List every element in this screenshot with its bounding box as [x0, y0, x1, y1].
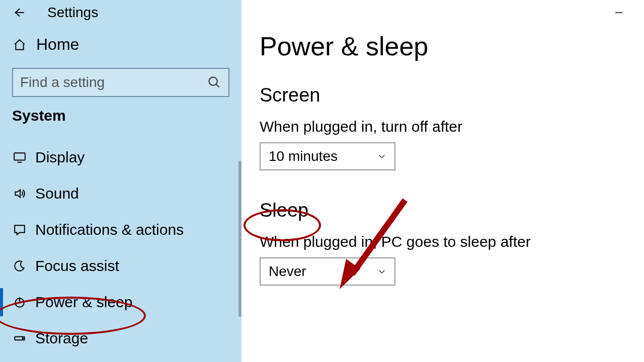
sound-icon	[13, 187, 26, 200]
sleep-after-label: When plugged in, PC goes to sleep after	[260, 233, 644, 250]
search-icon	[207, 75, 221, 89]
sidebar-item-display[interactable]: Display	[0, 139, 242, 175]
sidebar: Settings Home System	[0, 0, 242, 362]
chevron-down-icon	[377, 152, 386, 161]
screen-turnoff-dropdown[interactable]: 10 minutes	[260, 142, 395, 170]
minimize-icon	[614, 8, 623, 17]
storage-icon	[13, 332, 26, 345]
nav-label: Notifications & actions	[35, 221, 184, 238]
sleep-section-heading: Sleep	[260, 200, 644, 221]
home-label: Home	[36, 35, 79, 54]
nav-label: Focus assist	[35, 257, 119, 275]
search-input[interactable]	[20, 74, 207, 90]
svg-rect-1	[14, 153, 25, 160]
back-button[interactable]	[12, 3, 32, 23]
message-icon	[13, 223, 26, 236]
sidebar-home[interactable]: Home	[0, 25, 242, 64]
sidebar-item-storage[interactable]: Storage	[0, 320, 242, 356]
minimize-button[interactable]	[609, 5, 629, 20]
nav-label: Display	[35, 149, 85, 166]
nav-label: Storage	[35, 330, 88, 347]
dropdown-value: 10 minutes	[269, 148, 377, 164]
search-box[interactable]	[12, 68, 229, 97]
screen-turnoff-label: When plugged in, turn off after	[260, 118, 644, 135]
sidebar-item-focus-assist[interactable]: Focus assist	[0, 248, 242, 284]
home-icon	[13, 38, 26, 51]
chevron-down-icon	[377, 267, 386, 276]
nav-label: Sound	[35, 185, 79, 202]
screen-section-heading: Screen	[260, 84, 644, 106]
power-icon	[13, 296, 26, 309]
sidebar-item-power-sleep[interactable]: Power & sleep	[0, 284, 242, 320]
main-content: Power & sleep Screen When plugged in, tu…	[242, 0, 644, 362]
dropdown-value: Never	[269, 263, 377, 280]
nav-label: Power & sleep	[35, 294, 132, 311]
sidebar-item-notifications[interactable]: Notifications & actions	[0, 212, 242, 248]
svg-point-0	[209, 77, 217, 85]
monitor-icon	[13, 151, 26, 164]
sidebar-item-sound[interactable]: Sound	[0, 175, 242, 212]
sleep-after-dropdown[interactable]: Never	[260, 257, 395, 286]
sidebar-section-label: System	[12, 107, 242, 124]
svg-point-4	[22, 338, 23, 339]
moon-icon	[13, 259, 26, 273]
page-title: Power & sleep	[260, 31, 644, 61]
arrow-left-icon	[12, 6, 25, 19]
app-title: Settings	[47, 5, 98, 21]
